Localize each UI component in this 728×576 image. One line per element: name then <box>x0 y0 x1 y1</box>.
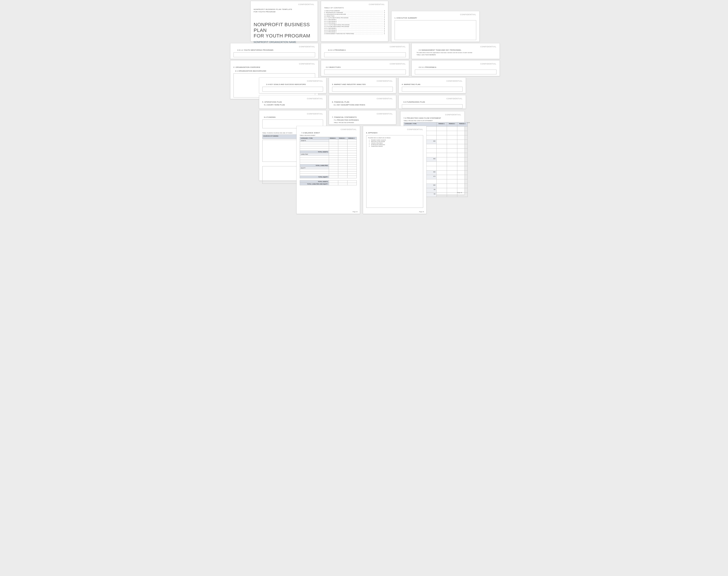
sec-heading: 6.4 FUNDING <box>262 116 323 118</box>
toc-list: 1. EXECUTIVE SUMMARY32. ORGANIZATION OVE… <box>324 10 385 34</box>
page-market: CONFIDENTIAL 3. MARKET AND INDUSTRY ANAL… <box>329 78 396 93</box>
confidential-label: CONFIDENTIAL <box>415 63 496 65</box>
confidential-label: CONFIDENTIAL <box>332 113 393 115</box>
confidential-label: CONFIDENTIAL <box>332 80 393 82</box>
sec-heading: 7.2 PROJECTED CASH FLOW STATEMENT <box>404 117 461 119</box>
sec-heading: 2.2.1.1 PROGRAM A <box>415 66 496 68</box>
table-label: TABLE: PROJECTED EXPENSES <box>332 122 393 123</box>
cover-title: NONPROFIT BUSINESS PLANFOR YOUTH PROGRAM <box>254 22 315 38</box>
content-box <box>332 87 393 92</box>
page-mktplan: CONFIDENTIAL 4. MARKETING PLAN <box>399 78 466 93</box>
confidential-label: CONFIDENTIAL <box>402 97 463 100</box>
content-box <box>402 104 463 108</box>
page-finstmt: CONFIDENTIAL 7. FINANCIAL STATEMENTS 7.1… <box>329 110 396 124</box>
confidential-label: CONFIDENTIAL <box>415 46 496 48</box>
page-exec: CONFIDENTIAL 1. EXECUTIVE SUMMARY <box>391 11 479 42</box>
sec-heading: 8. APPENDIX <box>366 132 423 134</box>
appendix-lead: Possible items to attach are as follows: <box>368 137 421 139</box>
page-fundraise: CONFIDENTIAL 6.3 FUNDRAISING PLAN <box>399 95 466 109</box>
sec-heading: 6. FINANCIAL PLAN <box>332 101 393 103</box>
page-number: Page 20 <box>419 211 424 212</box>
confidential-label: CONFIDENTIAL <box>300 128 357 131</box>
page-progA2: CONFIDENTIAL 2.2.1.1 PROGRAM A <box>411 60 500 76</box>
confidential-label: CONFIDENTIAL <box>395 13 476 16</box>
sec-subheading: 2.1 ORGANIZATION BACKGROUND <box>233 70 315 72</box>
sec-subheading: 7.1 PROJECTED EXPENSES <box>332 119 393 121</box>
page-progA1: CONFIDENTIAL 2.2.2.1 PROGRAM A <box>321 43 409 59</box>
confidential-label: CONFIDENTIAL <box>262 80 323 82</box>
content-box <box>233 52 315 57</box>
confidential-label: CONFIDENTIAL <box>324 46 406 48</box>
confidential-label: CONFIDENTIAL <box>332 97 393 100</box>
canvas: CONFIDENTIAL 7.2 PROJECTED CASH FLOW STA… <box>228 0 501 216</box>
confidential-label: CONFIDENTIAL <box>366 128 423 131</box>
sec-heading: 2.3 MANAGEMENT TEAM AND KEY PERSONNEL <box>415 49 496 51</box>
page-fin: CONFIDENTIAL 6. FINANCIAL PLAN 6.1 KEY A… <box>329 95 396 109</box>
content-box <box>395 20 476 40</box>
sec-heading: 2.2.2.1 PROGRAM A <box>324 49 406 51</box>
template-label: NONPROFIT BUSINESS PLAN TEMPLATEFOR YOUT… <box>254 8 315 13</box>
page-number: Page 18 <box>457 192 462 193</box>
sec-subheading: 6.1 KEY ASSUMPTIONS AND RISKS <box>332 104 393 106</box>
content-box <box>324 52 406 57</box>
sec-heading: 7. FINANCIAL STATEMENTS <box>332 116 393 118</box>
confidential-label: CONFIDENTIAL <box>262 113 323 115</box>
content-box <box>262 87 323 92</box>
sec-heading: 2. ORGANIZATION OVERVIEW <box>233 66 315 68</box>
page-ymp: CONFIDENTIAL 2.2.1.1 YOUTH MENTORING PRO… <box>230 43 318 59</box>
balance-table: CATEGORY / TYPEPERIOD 1PERIOD 2PERIOD 3 … <box>300 137 357 185</box>
confidential-label: CONFIDENTIAL <box>404 114 461 116</box>
content-box <box>415 69 496 75</box>
mgmt-note: The table below shows the organization's… <box>415 52 496 53</box>
sec-heading: 4. MARKETING PLAN <box>402 83 463 85</box>
sec-subheading: 5.1 SHORT-TERM PLAN <box>262 104 323 106</box>
page-balance: CONFIDENTIAL 7.3 BALANCE SHEET TABLE: BA… <box>296 126 360 214</box>
table-label: TABLE: PROJECTED CASH FLOW STATEMENT <box>404 120 461 121</box>
page-ops: CONFIDENTIAL 5. OPERATIONS PLAN 5.1 SHOR… <box>259 95 326 109</box>
page-number: Page 19 <box>353 211 357 212</box>
sec-heading: 2.2.1.1 YOUTH MENTORING PROGRAMS <box>233 49 315 51</box>
confidential-label: CONFIDENTIAL <box>262 97 323 100</box>
page-toc: CONFIDENTIAL TABLE OF CONTENTS 1. EXECUT… <box>321 1 388 41</box>
confidential-label: CONFIDENTIAL <box>254 3 315 5</box>
confidential-label: CONFIDENTIAL <box>233 46 315 48</box>
page-cover: CONFIDENTIAL NONPROFIT BUSINESS PLAN TEM… <box>251 1 318 41</box>
sec-heading: 2.4 KEY GOALS AND SUCCESS INDICATORS <box>262 83 323 85</box>
page-appendix: CONFIDENTIAL 8. APPENDIX Possible items … <box>363 126 427 214</box>
toc-title: TABLE OF CONTENTS <box>324 7 385 9</box>
sec-heading: 7.3 BALANCE SHEET <box>300 132 357 134</box>
sec-heading: 3. MARKET AND INDUSTRY ANALYSIS <box>332 83 393 85</box>
appendix-box: Possible items to attach are as follows:… <box>366 135 423 208</box>
content-box <box>324 69 406 75</box>
page-mgmt: CONFIDENTIAL 2.3 MANAGEMENT TEAM AND KEY… <box>411 43 500 59</box>
sec-heading: 6.3 FUNDRAISING PLAN <box>402 101 463 103</box>
confidential-label: CONFIDENTIAL <box>402 80 463 82</box>
sec-heading: 1. EXECUTIVE SUMMARY <box>395 17 476 19</box>
table-label: TABLE: BALANCE SHEET <box>300 135 357 136</box>
table-label: TABLE: LEAD TEAM MEMBERS <box>415 54 496 55</box>
appendix-list: Detailed market researchResumes of key p… <box>368 139 421 147</box>
confidential-label: CONFIDENTIAL <box>324 63 406 65</box>
confidential-label: CONFIDENTIAL <box>324 3 385 5</box>
confidential-label: CONFIDENTIAL <box>233 63 315 65</box>
sec-heading: 2.2 OBJECTIVES <box>324 66 406 68</box>
page-goals: CONFIDENTIAL 2.4 KEY GOALS AND SUCCESS I… <box>259 78 326 93</box>
sec-heading: 5. OPERATIONS PLAN <box>262 101 323 103</box>
page-obj: CONFIDENTIAL 2.2 OBJECTIVES <box>321 60 409 76</box>
content-box <box>402 87 463 92</box>
